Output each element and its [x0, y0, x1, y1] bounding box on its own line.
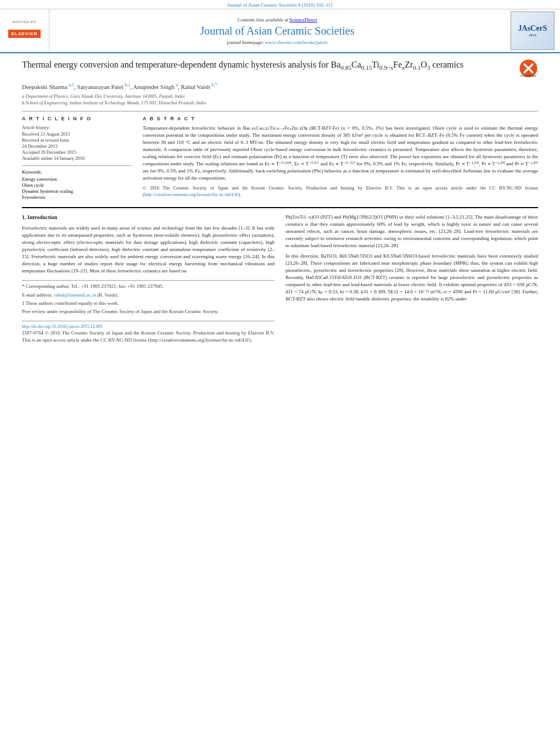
logo-text: JAsCerS	[518, 24, 547, 33]
bottom-copyright: 2187-0764 © 2016 The Ceramic Society of …	[22, 330, 275, 344]
keywords-title: Keywords:	[22, 169, 132, 175]
elsevier-logo: ELSEVIER	[5, 25, 44, 42]
email-link[interactable]: rahul@iitmandi.ac.in	[54, 292, 96, 298]
footnote-peer: Peer review under responsibility of The …	[22, 308, 275, 315]
revised-date: 24 December 2015	[22, 143, 132, 149]
intro-para1: Ferroelectric materials are widely used …	[22, 225, 275, 275]
keyword-2: Olsen cycle	[22, 182, 132, 188]
received-revised-label: Received in revised form	[22, 137, 132, 143]
footnotes-section: * Corresponding author. Tel.: +91 1905 2…	[22, 280, 275, 315]
affiliation-a: a Department of Physics, Guru Nanak Dev …	[22, 93, 538, 99]
info-divider	[22, 165, 132, 166]
abstract-header: A B S T R A C T	[143, 116, 538, 121]
intro-heading: 1. Introduction	[22, 214, 275, 222]
homepage-label: journal homepage:	[227, 40, 264, 45]
body-col-right: Pb(ZrxTi1−x)O3 (PZT) and Pb(Mg1/3Nb2/3)O…	[285, 214, 538, 348]
crossmark-icon: CrossMark	[519, 59, 538, 78]
abstract-paragraph: Temperature-dependent ferroelectric beha…	[143, 125, 538, 182]
jascers-logo: JAsCerS 2014	[511, 12, 555, 50]
article-info-header: A R T I C L E I N F O	[22, 116, 132, 121]
elsevier-logo-area: HOSTED BY ELSEVIER	[0, 9, 49, 52]
page-wrapper: Journal of Asian Ceramic Societies 4 (20…	[0, 0, 560, 742]
intro-para2: Pb(ZrxTi1−x)O3 (PZT) and Pb(Mg1/3Nb2/3)O…	[285, 214, 538, 249]
svg-text:CrossMark: CrossMark	[520, 74, 537, 77]
article-content: Thermal energy conversion and temperatur…	[0, 53, 560, 742]
hosted-by-text: HOSTED BY	[13, 20, 37, 24]
sciencedirect-link[interactable]: ScienceDirect	[289, 17, 317, 23]
keywords-list: Energy conversion Olsen cycle Dynamic hy…	[22, 176, 132, 200]
logo-year: 2014	[529, 33, 536, 37]
homepage-url[interactable]: www.elsevier.com/locate/jascer	[265, 40, 328, 45]
keyword-3: Dynamic hysteresis scaling	[22, 188, 132, 194]
body-col-left: 1. Introduction Ferroelectric materials …	[22, 214, 275, 348]
intro-para3: In this direction, BaTiO3, Bi0.5Na0.5TiO…	[285, 253, 538, 303]
journal-header: HOSTED BY ELSEVIER Contents lists availa…	[0, 9, 560, 53]
doi-link[interactable]: http://dx.doi.org/10.1016/j.jascer.2015.…	[22, 324, 103, 329]
sciencedirect-text: Contents lists available at ScienceDirec…	[238, 17, 317, 23]
journal-homepage: journal homepage: www.elsevier.com/locat…	[227, 40, 327, 45]
intro-title: Introduction	[27, 214, 57, 220]
accepted-date: Accepted 26 December 2015	[22, 149, 132, 155]
journal-logo-area: JAsCerS 2014	[505, 9, 560, 52]
authors-line: Deepakshi Sharma a,1, Satyanarayan Patel…	[22, 82, 538, 90]
keyword-4: Ferroelectric	[22, 194, 132, 200]
contents-text: Contents lists available at	[238, 17, 288, 23]
keywords-section: Keywords: Energy conversion Olsen cycle …	[22, 169, 132, 200]
journal-title-header: Journal of Asian Ceramic Societies	[200, 25, 354, 37]
received-date: Received 21 August 2015	[22, 131, 132, 137]
history-title: Article history:	[22, 125, 132, 130]
top-journal-bar: Journal of Asian Ceramic Societies 4 (20…	[0, 0, 560, 9]
article-title: Thermal energy conversion and temperatur…	[22, 59, 513, 72]
journal-center: Contents lists available at ScienceDirec…	[49, 9, 505, 52]
affiliation-b: b School of Engineering, Indian Institut…	[22, 100, 538, 105]
cc-license-link[interactable]: http://creativecommons.org/licenses/by-n…	[144, 192, 238, 197]
footnote-equal: 1 These authors contributed equally to t…	[22, 300, 275, 307]
two-col-section: A R T I C L E I N F O Article history: R…	[22, 111, 538, 200]
keyword-1: Energy conversion	[22, 176, 132, 182]
abstract-col: A B S T R A C T Temperature-dependent fe…	[143, 116, 538, 200]
abstract-text: Temperature-dependent ferroelectric beha…	[143, 125, 538, 198]
article-history: Article history: Received 21 August 2015…	[22, 125, 132, 161]
abstract-copyright: © 2016 The Ceramic Society of Japan and …	[143, 185, 538, 198]
footnote-corresponding: * Corresponding author. Tel.: +91 1905 2…	[22, 283, 275, 290]
bottom-doi: http://dx.doi.org/10.1016/j.jascer.2015.…	[22, 321, 275, 344]
article-title-section: Thermal energy conversion and temperatur…	[22, 59, 538, 78]
article-info-col: A R T I C L E I N F O Article history: R…	[22, 116, 132, 200]
intro-number: 1.	[22, 214, 26, 220]
journal-info-top: Journal of Asian Ceramic Societies 4 (20…	[227, 2, 333, 8]
footnote-email: E-mail address: rahul@iitmandi.ac.in (R.…	[22, 292, 275, 299]
affiliations: a Department of Physics, Guru Nanak Dev …	[22, 93, 538, 105]
body-section: 1. Introduction Ferroelectric materials …	[22, 207, 538, 348]
available-date: Available online 14 January 2016	[22, 155, 132, 161]
elsevier-label: ELSEVIER	[8, 30, 41, 38]
